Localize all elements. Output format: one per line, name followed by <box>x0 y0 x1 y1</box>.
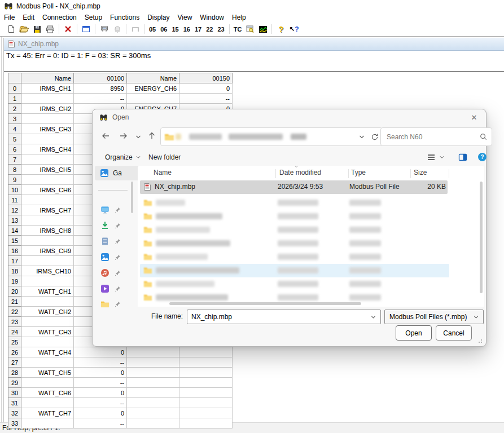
grid-cell-value-00100[interactable]: 8950 <box>74 83 127 94</box>
grid-row-1[interactable]: 1---- <box>8 94 233 104</box>
test-center-button[interactable]: TC <box>232 26 244 33</box>
document-titlebar[interactable]: NX_chip.mbp <box>4 38 504 51</box>
grid-cell-name-1[interactable]: IRMS_CH7 <box>21 205 74 215</box>
open-dialog-titlebar[interactable]: Open <box>93 109 129 125</box>
folder-row-blurred[interactable] <box>140 237 448 250</box>
sidebar-item-folder[interactable] <box>100 300 121 308</box>
grid-row-0[interactable]: 0IRMS_CH18950ENERGY_CH60 <box>8 83 233 94</box>
grid-cell-name-1[interactable] <box>21 317 74 327</box>
grid-cell-value-00100[interactable]: -- <box>74 94 127 104</box>
grid-cell-value-00100[interactable]: 0 <box>74 408 127 418</box>
grid-cell-name-1[interactable] <box>21 154 74 165</box>
save-icon[interactable] <box>30 24 43 35</box>
grid-cell-name-2[interactable] <box>127 368 179 378</box>
resize-grip[interactable] <box>477 338 482 343</box>
function-17-button[interactable]: 17 <box>192 26 204 33</box>
grid-cell-value-00150[interactable] <box>179 368 233 378</box>
grid-cell-value-00100[interactable]: -- <box>74 378 127 388</box>
menu-item-view[interactable]: View <box>174 14 196 21</box>
menu-item-window[interactable]: Window <box>196 14 228 21</box>
grid-cell-name-1[interactable]: IRMS_CH6 <box>21 185 74 195</box>
grid-row-33[interactable]: 33-- <box>8 418 233 428</box>
folder-row-blurred[interactable] <box>140 277 448 291</box>
grid-cell-name-1[interactable] <box>21 256 74 266</box>
grid-cell-name-1[interactable] <box>21 398 74 408</box>
sidebar-item-music[interactable] <box>100 268 121 277</box>
grid-cell-row-number[interactable]: 8 <box>8 165 21 175</box>
grid-cell-row-number[interactable]: 11 <box>8 195 21 205</box>
grid-row-32[interactable]: 32WATT_CH70 <box>8 408 233 418</box>
grid-cell-row-number[interactable]: 30 <box>8 388 21 398</box>
function-23-button[interactable]: 23 <box>216 26 227 33</box>
function-15-button[interactable]: 15 <box>170 26 181 33</box>
grid-cell-name-1[interactable] <box>21 134 74 144</box>
grid-cell-value-00100[interactable]: 0 <box>74 388 127 398</box>
grid-cell-name-1[interactable]: IRMS_CH5 <box>21 165 74 175</box>
grid-cell-value-00150[interactable] <box>179 408 233 418</box>
grid-cell-name-1[interactable] <box>21 114 74 124</box>
grid-cell-value-00100[interactable]: -- <box>74 398 127 408</box>
forward-icon[interactable] <box>117 130 130 142</box>
grid-cell-row-number[interactable]: 26 <box>8 347 21 357</box>
details-view-icon[interactable] <box>427 153 436 162</box>
sidebar-item-desktop[interactable] <box>100 205 121 214</box>
pulse-icon[interactable] <box>129 24 142 35</box>
preview-pane-icon[interactable] <box>458 153 467 162</box>
grid-cell-name-1[interactable] <box>21 215 74 226</box>
grid-cell-value-00150[interactable] <box>179 388 233 398</box>
open-file-icon[interactable] <box>17 24 30 35</box>
grid-cell-name-1[interactable]: WATT_CH3 <box>21 327 74 337</box>
grid-cell-row-number[interactable]: 25 <box>8 337 21 347</box>
grid-cell-row-number[interactable]: 3 <box>8 114 21 124</box>
file-name-combobox[interactable] <box>187 310 381 324</box>
column-separator[interactable] <box>449 169 449 178</box>
grid-cell-value-00150[interactable] <box>179 398 233 408</box>
sidebar-item-gallery[interactable]: Ga <box>95 166 140 180</box>
grid-cell-row-number[interactable]: 29 <box>8 378 21 388</box>
address-bar[interactable] <box>160 127 383 146</box>
grid-cell-row-number[interactable]: 9 <box>8 175 21 185</box>
function-22-button[interactable]: 22 <box>204 26 215 33</box>
refresh-icon[interactable] <box>371 133 379 141</box>
new-folder-button[interactable]: New folder <box>148 153 181 161</box>
column-separator[interactable] <box>275 169 276 178</box>
grid-row-27[interactable]: 27-- <box>8 357 233 368</box>
grid-cell-name-1[interactable] <box>21 418 74 428</box>
grid-cell-value-00100[interactable]: -- <box>74 418 127 428</box>
help-icon[interactable]: ? <box>274 24 287 35</box>
open-button[interactable]: Open <box>396 325 432 341</box>
search-input[interactable] <box>385 132 480 142</box>
dialog-help-icon[interactable]: ? <box>477 152 487 162</box>
menu-item-help[interactable]: Help <box>228 14 250 21</box>
grid-cell-name-1[interactable] <box>21 337 74 347</box>
grid-cell-row-number[interactable]: 16 <box>8 246 21 256</box>
grid-cell-value-00100[interactable]: -- <box>74 357 127 368</box>
column-header-size[interactable]: Size <box>414 169 427 176</box>
file-type-dropdown[interactable]: Modbus Poll Files (*.mbp) <box>384 310 484 324</box>
grid-cell-row-number[interactable]: 2 <box>8 104 21 114</box>
grid-cell-name-1[interactable]: WATT_CH6 <box>21 388 74 398</box>
disconnect-icon[interactable] <box>62 24 74 35</box>
comm-traffic-icon[interactable] <box>98 24 111 35</box>
grid-cell-value-00150[interactable] <box>179 418 233 428</box>
grid-cell-value-00100[interactable]: 0 <box>74 368 127 378</box>
grid-cell-name-1[interactable]: IRMS_CH2 <box>21 104 74 114</box>
grid-cell-value-00150[interactable] <box>179 357 233 368</box>
grid-cell-name-1[interactable]: IRMS_CH9 <box>21 246 74 256</box>
column-header-name[interactable]: Name <box>154 169 172 176</box>
sidebar-item-pictures[interactable] <box>100 253 121 262</box>
grid-cell-name-2[interactable] <box>127 94 179 104</box>
grid-cell-row-number[interactable]: 5 <box>8 134 21 144</box>
grid-cell-row-number[interactable]: 24 <box>8 327 21 337</box>
grid-cell-name-1[interactable] <box>21 236 74 246</box>
grid-cell-name-1[interactable] <box>21 175 74 185</box>
sidebar-item-downloads[interactable] <box>100 221 121 230</box>
function-06-button[interactable]: 06 <box>158 26 169 33</box>
address-dropdown-chevron-icon[interactable] <box>358 134 365 140</box>
grid-cell-row-number[interactable]: 15 <box>8 236 21 246</box>
grid-cell-row-number[interactable]: 31 <box>8 398 21 408</box>
file-list-horizontal-scrollbar[interactable] <box>169 302 361 305</box>
alarm-icon[interactable] <box>111 24 124 35</box>
grid-cell-name-2[interactable] <box>127 378 179 388</box>
grid-cell-name-1[interactable]: IRMS_CH4 <box>21 144 74 154</box>
